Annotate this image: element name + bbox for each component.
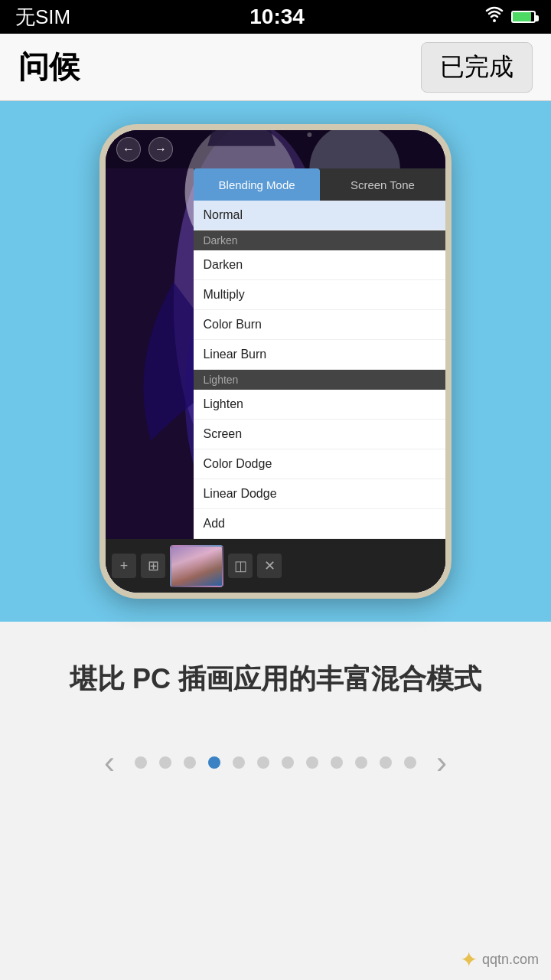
caption-section: 堪比 PC 插画应用的丰富混合模式 xyxy=(39,622,512,721)
blend-item-linear-burn[interactable]: Linear Burn xyxy=(194,340,445,370)
wifi-icon xyxy=(484,6,505,28)
phone-bottom-bar: + ⊞ ◫ ✕ xyxy=(106,539,445,593)
layer-thumbnail-1[interactable] xyxy=(170,545,223,587)
status-icons xyxy=(484,6,536,28)
prev-arrow[interactable]: ‹ xyxy=(96,744,122,781)
merge-btn[interactable]: ⊞ xyxy=(141,554,165,578)
add-layer-btn[interactable]: + xyxy=(112,554,136,578)
carousel-nav: ‹ › xyxy=(0,721,551,796)
logo-text: qqtn.com xyxy=(482,952,539,968)
page-title: 问候 xyxy=(18,46,80,88)
blend-item-color-dodge[interactable]: Color Dodge xyxy=(194,449,445,479)
main-content: ← → Blending Mode Screen Tone Normal xyxy=(0,101,551,980)
tab-screen-tone[interactable]: Screen Tone xyxy=(320,168,445,201)
forward-icon: → xyxy=(155,142,167,156)
logo-icon: ✦ xyxy=(460,947,478,972)
carousel-section: ← → Blending Mode Screen Tone Normal xyxy=(0,101,551,622)
back-button[interactable]: ← xyxy=(116,137,141,162)
dot-4[interactable] xyxy=(208,756,220,769)
dot-9[interactable] xyxy=(331,756,343,769)
dot-8[interactable] xyxy=(306,756,318,769)
carrier-label: 无SIM xyxy=(15,4,70,31)
blend-list[interactable]: Normal Darken Darken Multiply Color Burn… xyxy=(194,201,445,539)
blend-section-lighten: Lighten xyxy=(194,370,445,390)
tab-blending-mode[interactable]: Blending Mode xyxy=(194,168,319,201)
blend-item-darken[interactable]: Darken xyxy=(194,250,445,280)
phone-screen: ← → Blending Mode Screen Tone Normal xyxy=(106,130,445,593)
forward-button[interactable]: → xyxy=(148,137,173,162)
nav-bar: 问候 已完成 xyxy=(0,34,551,101)
eye-icon: ◫ xyxy=(234,557,247,574)
blend-item-normal[interactable]: Normal xyxy=(194,201,445,230)
dot-7[interactable] xyxy=(282,756,294,769)
time-label: 10:34 xyxy=(249,5,305,29)
dot-10[interactable] xyxy=(355,756,367,769)
blend-item-lighten[interactable]: Lighten xyxy=(194,390,445,420)
dot-5[interactable] xyxy=(233,756,245,769)
blend-panel: Blending Mode Screen Tone Normal Darken … xyxy=(194,168,445,539)
dot-1[interactable] xyxy=(135,756,147,769)
back-icon: ← xyxy=(122,142,135,156)
dot-2[interactable] xyxy=(159,756,171,769)
blend-tabs: Blending Mode Screen Tone xyxy=(194,168,445,201)
dot-3[interactable] xyxy=(184,756,196,769)
done-button[interactable]: 已完成 xyxy=(421,42,533,93)
dot-12[interactable] xyxy=(404,756,416,769)
bottom-logo: ✦ qqtn.com xyxy=(460,947,539,972)
phone-mockup: ← → Blending Mode Screen Tone Normal xyxy=(99,124,452,599)
visibility-btn[interactable]: ◫ xyxy=(228,554,253,578)
delete-btn[interactable]: ✕ xyxy=(257,554,282,578)
trash-icon: ✕ xyxy=(264,557,276,574)
phone-top-bar: ← → xyxy=(106,130,445,168)
next-arrow[interactable]: › xyxy=(429,744,455,781)
dot-6[interactable] xyxy=(257,756,269,769)
blend-item-linear-dodge[interactable]: Linear Dodge xyxy=(194,479,445,509)
blend-item-color-burn[interactable]: Color Burn xyxy=(194,310,445,340)
blend-section-darken: Darken xyxy=(194,230,445,250)
dot-11[interactable] xyxy=(380,756,392,769)
blend-item-multiply[interactable]: Multiply xyxy=(194,280,445,310)
plus-icon: + xyxy=(120,558,129,574)
status-bar: 无SIM 10:34 xyxy=(0,0,551,34)
svg-point-0 xyxy=(493,19,496,22)
battery-icon xyxy=(511,11,536,23)
blend-item-add[interactable]: Add xyxy=(194,509,445,539)
blend-item-screen[interactable]: Screen xyxy=(194,420,445,449)
caption-text: 堪比 PC 插画应用的丰富混合模式 xyxy=(70,660,481,698)
merge-icon: ⊞ xyxy=(148,557,159,574)
